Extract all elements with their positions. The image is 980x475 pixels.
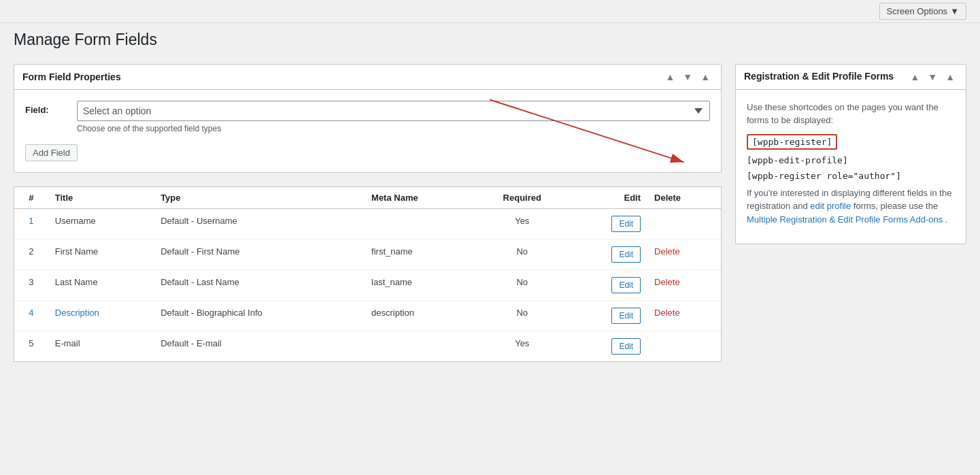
cell-required: No bbox=[475, 239, 570, 269]
field-type-select[interactable]: Select an option bbox=[77, 101, 710, 121]
edit-button[interactable]: Edit bbox=[611, 308, 641, 324]
cell-delete: Delete bbox=[647, 239, 721, 269]
table-row: 1UsernameDefault - UsernameYesEdit bbox=[14, 208, 721, 239]
top-bar: Screen Options ▼ bbox=[0, 0, 980, 23]
table-row: 4DescriptionDefault - Biographical Infod… bbox=[14, 300, 721, 331]
cell-required: Yes bbox=[475, 208, 570, 239]
cell-meta: last_name bbox=[365, 269, 475, 300]
col-type: Type bbox=[154, 187, 365, 209]
field-hint: Choose one of the supported field types bbox=[77, 124, 710, 133]
col-required: Required bbox=[475, 187, 570, 209]
right-collapse-down-button[interactable]: ▼ bbox=[925, 70, 940, 84]
main-content: Form Field Properties ▲ ▼ ▲ Field: Selec… bbox=[0, 64, 980, 376]
screen-options-button[interactable]: Screen Options ▼ bbox=[879, 3, 966, 20]
metabox-controls: ▲ ▼ ▲ bbox=[662, 70, 713, 84]
cell-meta bbox=[365, 208, 475, 239]
right-panel: Registration & Edit Profile Forms ▲ ▼ ▲ … bbox=[735, 64, 966, 245]
table-row: 2First NameDefault - First Namefirst_nam… bbox=[14, 239, 721, 269]
shortcode-highlighted-wrap: [wppb-register] bbox=[747, 134, 955, 155]
cell-required: Yes bbox=[475, 331, 570, 361]
row-num-link[interactable]: 4 bbox=[29, 308, 33, 318]
right-metabox-body: Use these shortcodes on the pages you wa… bbox=[736, 90, 966, 244]
multiple-forms-link[interactable]: Multiple Registration & Edit Profile For… bbox=[747, 214, 943, 225]
edit-button[interactable]: Edit bbox=[611, 338, 641, 355]
cell-type: Default - E-mail bbox=[154, 331, 365, 361]
cell-num: 3 bbox=[14, 269, 48, 300]
delete-link[interactable]: Delete bbox=[654, 246, 680, 257]
metabox-body: Field: Select an option Choose one of th… bbox=[14, 90, 721, 172]
cell-delete: Delete bbox=[647, 300, 721, 331]
form-field-properties-metabox: Form Field Properties ▲ ▼ ▲ Field: Selec… bbox=[14, 64, 722, 173]
cell-num: 5 bbox=[14, 331, 48, 361]
collapse-up-button[interactable]: ▲ bbox=[662, 70, 677, 84]
edit-profile-link[interactable]: edit profile bbox=[810, 201, 851, 211]
metabox-title: Form Field Properties bbox=[22, 71, 121, 82]
table-header-row: # Title Type Meta Name Required Edit Del… bbox=[14, 187, 721, 209]
delete-link[interactable]: Delete bbox=[654, 308, 680, 318]
right-collapse-up-button[interactable]: ▲ bbox=[907, 70, 922, 84]
col-title: Title bbox=[48, 187, 154, 209]
cell-meta: description bbox=[365, 300, 475, 331]
cell-type: Default - First Name bbox=[154, 239, 365, 269]
col-edit: Edit bbox=[570, 187, 648, 209]
right-metabox-title: Registration & Edit Profile Forms bbox=[744, 70, 894, 84]
cell-type: Default - Last Name bbox=[154, 269, 365, 300]
table-head: # Title Type Meta Name Required Edit Del… bbox=[14, 187, 721, 209]
cell-delete: Delete bbox=[647, 269, 721, 300]
table-body: 1UsernameDefault - UsernameYesEdit2First… bbox=[14, 208, 721, 361]
chevron-down-icon: ▼ bbox=[950, 6, 959, 16]
cell-delete bbox=[647, 208, 721, 239]
para2-end: . bbox=[945, 214, 948, 225]
cell-required: No bbox=[475, 300, 570, 331]
edit-button[interactable]: Edit bbox=[611, 216, 641, 232]
expand-button[interactable]: ▲ bbox=[698, 70, 713, 84]
add-field-button[interactable]: Add Field bbox=[25, 144, 78, 161]
edit-button[interactable]: Edit bbox=[611, 246, 641, 263]
cell-title: Username bbox=[48, 208, 154, 239]
field-label: Field: bbox=[25, 101, 66, 115]
cell-num: 2 bbox=[14, 239, 48, 269]
row-num-link[interactable]: 1 bbox=[29, 216, 33, 226]
para2-text2: forms, please use the bbox=[854, 201, 938, 211]
cell-meta bbox=[365, 331, 475, 361]
edit-button[interactable]: Edit bbox=[611, 277, 641, 293]
right-expand-button[interactable]: ▲ bbox=[943, 70, 958, 84]
title-link[interactable]: Description bbox=[55, 308, 99, 318]
shortcode-register-highlighted: [wppb-register] bbox=[747, 134, 837, 150]
cell-type: Default - Biographical Info bbox=[154, 300, 365, 331]
cell-num[interactable]: 4 bbox=[14, 300, 48, 331]
screen-options-label: Screen Options bbox=[887, 6, 948, 16]
field-input-wrap: Select an option Choose one of the suppo… bbox=[77, 101, 710, 133]
page-title: Manage Form Fields bbox=[0, 23, 980, 64]
cell-edit: Edit bbox=[570, 300, 648, 331]
left-panel: Form Field Properties ▲ ▼ ▲ Field: Selec… bbox=[14, 64, 722, 362]
cell-type: Default - Username bbox=[154, 208, 365, 239]
shortcode-register-author: [wppb-register role="author"] bbox=[747, 171, 955, 181]
col-num: # bbox=[14, 187, 48, 209]
fields-table-wrap: # Title Type Meta Name Required Edit Del… bbox=[14, 186, 722, 362]
right-metabox-controls: ▲ ▼ ▲ bbox=[907, 70, 958, 84]
cell-title: First Name bbox=[48, 239, 154, 269]
cell-num[interactable]: 1 bbox=[14, 208, 48, 239]
cell-meta: first_name bbox=[365, 239, 475, 269]
right-metabox-header: Registration & Edit Profile Forms ▲ ▼ ▲ bbox=[736, 65, 966, 90]
cell-edit: Edit bbox=[570, 331, 648, 361]
shortcode-edit-profile: [wppb-edit-profile] bbox=[747, 155, 955, 165]
table-row: 5E-mailDefault - E-mailYesEdit bbox=[14, 331, 721, 361]
cell-delete bbox=[647, 331, 721, 361]
delete-link[interactable]: Delete bbox=[654, 277, 680, 287]
cell-edit: Edit bbox=[570, 269, 648, 300]
col-delete: Delete bbox=[647, 187, 721, 209]
col-meta: Meta Name bbox=[365, 187, 475, 209]
table-row: 3Last NameDefault - Last Namelast_nameNo… bbox=[14, 269, 721, 300]
cell-required: No bbox=[475, 269, 570, 300]
registration-forms-metabox: Registration & Edit Profile Forms ▲ ▼ ▲ … bbox=[735, 64, 966, 245]
registration-paragraph2: If you're interested in displaying diffe… bbox=[747, 186, 955, 227]
cell-title: Last Name bbox=[48, 269, 154, 300]
cell-edit: Edit bbox=[570, 239, 648, 269]
collapse-down-button[interactable]: ▼ bbox=[680, 70, 695, 84]
fields-table: # Title Type Meta Name Required Edit Del… bbox=[14, 187, 721, 361]
cell-title[interactable]: Description bbox=[48, 300, 154, 331]
field-row: Field: Select an option Choose one of th… bbox=[25, 101, 710, 133]
metabox-header: Form Field Properties ▲ ▼ ▲ bbox=[14, 65, 721, 90]
